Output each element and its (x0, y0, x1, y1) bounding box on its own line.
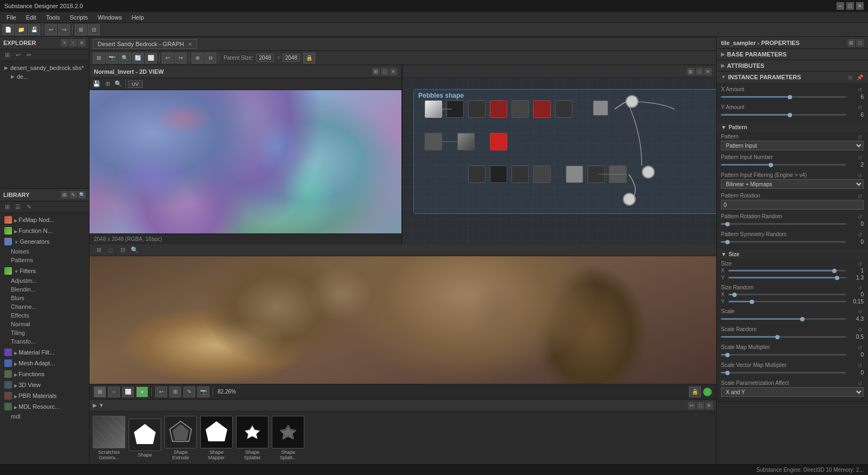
lib-tool-3[interactable]: ✎ (24, 202, 34, 212)
lib-thumb-btn2[interactable]: □ (697, 402, 704, 409)
scale-map-track[interactable] (721, 354, 846, 356)
explorer-tool-2[interactable]: ↩ (13, 50, 23, 60)
menu-tools[interactable]: Tools (42, 13, 65, 22)
pin-track[interactable] (721, 164, 846, 166)
pin-reset[interactable]: ↺ (856, 154, 864, 161)
size-random-y-track[interactable] (729, 301, 846, 302)
library-btn-1[interactable]: ⊞ (61, 191, 68, 199)
lib-subitem-transforms[interactable]: Transfo... (0, 337, 89, 346)
graph-btn-2[interactable]: □ (695, 68, 703, 75)
pattern-section-header[interactable]: ▼ Pattern (717, 123, 868, 132)
scale-vec-reset[interactable]: ↺ (856, 362, 864, 369)
grid-btn[interactable]: ⊟ (88, 24, 100, 35)
3d-status-btn8[interactable]: 📷 (197, 387, 209, 397)
node-r3-3[interactable] (512, 166, 529, 183)
lib-tool-1[interactable]: ⊞ (2, 202, 12, 212)
explorer-btn-close[interactable]: ✕ (78, 39, 86, 47)
thumb-shape-extrude[interactable]: ShapeExtrude (164, 416, 197, 460)
scale-vec-track[interactable] (721, 372, 846, 373)
instance-params-pin[interactable]: 📌 (856, 73, 864, 81)
y-amount-reset[interactable]: ↺ (856, 104, 864, 111)
3d-status-btn2[interactable]: ○ (108, 387, 120, 397)
node-out-1[interactable] (593, 100, 608, 116)
pif-reset[interactable]: ↺ (856, 172, 864, 179)
menu-windows[interactable]: Windows (93, 13, 126, 22)
library-btn-3[interactable]: 🔍 (78, 191, 86, 199)
node-1[interactable] (425, 100, 442, 118)
save-btn[interactable]: 💾 (28, 24, 40, 35)
node-circle-1[interactable] (626, 95, 639, 108)
lib-item-filters[interactable]: Filters (0, 265, 89, 276)
lib-subitem-blurs[interactable]: Blurs (0, 294, 89, 302)
node-r2-1[interactable] (425, 133, 442, 150)
scale-reset[interactable]: ↺ (856, 308, 864, 315)
gt-btn5[interactable]: ⬜ (145, 53, 157, 64)
menu-help[interactable]: Help (127, 13, 149, 22)
gt-btn4[interactable]: 🔄 (132, 53, 144, 64)
graph-btn-close[interactable]: ✕ (704, 68, 712, 75)
lib-item-functions[interactable]: Functions (0, 369, 89, 379)
maximize-btn[interactable]: □ (846, 2, 854, 10)
scale-map-reset[interactable]: ↺ (856, 344, 864, 351)
thumb-scratches[interactable]: ScratchesGenera... (93, 416, 125, 460)
lib-item-function[interactable]: Function N... (0, 225, 89, 236)
graph-canvas[interactable]: Pebbles shape (403, 78, 716, 244)
explorer-btn-2[interactable]: ↑ (69, 39, 77, 47)
pif-select[interactable]: Bilinear + Mipmaps (721, 179, 864, 189)
explorer-tool-1[interactable]: ⊞ (2, 50, 12, 60)
lib-subitem-noises[interactable]: Noises (0, 247, 89, 256)
node-r2-2[interactable] (457, 133, 475, 150)
gt-btn9[interactable]: ⊖ (205, 53, 216, 64)
gt-btn7[interactable]: ↪ (175, 53, 187, 64)
redo-btn[interactable]: ↪ (58, 24, 70, 35)
3d-status-btn5[interactable]: ↩ (155, 387, 167, 397)
2d-toolbar-fit[interactable]: ⊞ (103, 79, 112, 89)
undo-btn[interactable]: ↩ (45, 24, 57, 35)
3d-status-btn1[interactable]: ⊞ (94, 387, 106, 397)
menu-edit[interactable]: Edit (22, 13, 41, 22)
2d-toolbar-uv[interactable]: UV (128, 80, 143, 88)
prr-reset[interactable]: ↺ (856, 213, 864, 220)
minimize-btn[interactable]: ─ (837, 2, 844, 10)
3d-status-btn3[interactable]: ⬜ (122, 387, 134, 397)
scale-random-reset[interactable]: ↺ (856, 326, 864, 333)
node-6[interactable] (533, 100, 551, 118)
gt-btn1[interactable]: ⊞ (93, 53, 105, 64)
scale-random-track[interactable] (721, 336, 846, 338)
lib-subitem-normal[interactable]: Normal (0, 320, 89, 328)
lib-item-pbr[interactable]: PBR Materials (0, 390, 89, 401)
node-2[interactable] (446, 100, 464, 118)
node-r3-1[interactable] (468, 166, 486, 183)
2d-toolbar-save[interactable]: 💾 (92, 79, 101, 89)
lib-subitem-tiling[interactable]: Tiling (0, 328, 89, 337)
attributes-header[interactable]: ▶ ATTRIBUTES (717, 60, 868, 71)
3d-status-lock[interactable]: 🔒 (689, 387, 701, 397)
size-x-track[interactable] (729, 270, 846, 271)
y-amount-track[interactable] (721, 114, 846, 116)
lib-item-material[interactable]: Material Filt... (0, 347, 89, 358)
scale-track[interactable] (721, 318, 846, 320)
size-reset[interactable]: ↺ (856, 260, 864, 268)
node-r3-6[interactable] (588, 166, 605, 183)
3d-status-btn6[interactable]: ⊞ (169, 387, 181, 397)
pattern-reset[interactable]: ↺ (856, 133, 864, 141)
close-btn[interactable]: ✕ (856, 2, 864, 10)
thumb-shape[interactable]: Shape (129, 419, 161, 458)
3d-view-canvas[interactable] (90, 256, 716, 384)
node-circle-3[interactable] (623, 193, 636, 206)
3d-status-btn7[interactable]: ✎ (183, 387, 195, 397)
node-4[interactable] (490, 100, 507, 118)
2d-toolbar-zoom[interactable]: 🔍 (113, 79, 123, 89)
prop-btn-2[interactable]: □ (856, 39, 864, 47)
node-3[interactable] (468, 100, 486, 118)
node-r2-3[interactable] (490, 133, 507, 150)
node-circle-2[interactable] (642, 166, 655, 179)
prr-track[interactable] (721, 223, 846, 225)
menu-scripts[interactable]: Scripts (65, 13, 92, 22)
lib-item-mesh[interactable]: Mesh Adapt... (0, 358, 89, 369)
pattern-select[interactable]: Pattern Input (721, 141, 864, 150)
pr-input[interactable] (721, 200, 864, 210)
open-btn[interactable]: 📁 (15, 24, 27, 35)
node-r3-4[interactable] (533, 166, 551, 183)
3d-status-btn4[interactable]: ● (136, 387, 148, 397)
